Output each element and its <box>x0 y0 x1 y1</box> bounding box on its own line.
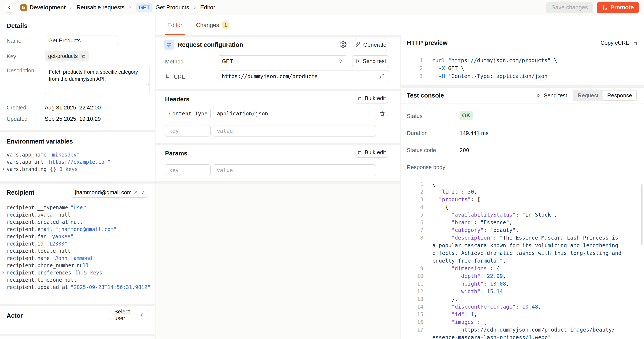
line-number: 10 <box>400 272 423 280</box>
recipient-title: Recipient <box>6 189 34 196</box>
new-param-key-input[interactable] <box>165 164 210 176</box>
tab-editor[interactable]: Editor <box>165 15 185 35</box>
line-number: 17 <box>400 326 423 334</box>
console-send-test-button[interactable]: Send test <box>536 92 567 99</box>
generate-button[interactable]: Generate <box>354 39 387 50</box>
expand-chevron-icon[interactable] <box>1 271 5 274</box>
header-key-input[interactable] <box>165 108 210 119</box>
key-chip: get-products <box>45 51 89 61</box>
params-title: Params <box>165 150 188 157</box>
code-line: 3 "products": [ <box>400 196 644 203</box>
gear-icon[interactable] <box>339 40 347 48</box>
resize-handle-icon[interactable] <box>145 82 149 86</box>
updated-label: Updated <box>6 116 28 122</box>
variable-key: recipient.updated_at <box>6 284 68 290</box>
code-line: cruelty-free formula.", <box>400 257 644 265</box>
toggle-request[interactable]: Request <box>574 91 603 100</box>
name-input[interactable] <box>45 36 118 45</box>
variable-row: recipient.name"John Hammond" <box>0 255 155 262</box>
line-number: 14 <box>400 303 423 311</box>
variable-value: {} 5 keys <box>74 270 102 276</box>
request-configuration-card: Request configuration Generate Method GE… <box>156 38 400 90</box>
details-sidebar: Details Name Key get-products Descriptio… <box>0 15 156 339</box>
send-test-button[interactable]: Send test <box>352 55 389 67</box>
variable-row: recipient.preferences{} 5 keys <box>0 269 155 276</box>
line-number: 2 <box>400 64 423 72</box>
preview-and-console-panel: HTTP preview Copy cURL 1curl "https://du… <box>400 35 644 339</box>
code-line: 12 "width": 15.14 <box>400 288 644 295</box>
variable-row: vars.app_name"mikesdev" <box>0 151 155 158</box>
variable-row: recipient.fan"yankee" <box>0 233 155 240</box>
actor-select-label: Select user <box>114 308 137 322</box>
expand-chevron-icon[interactable] <box>1 167 5 171</box>
breadcrumb-page[interactable]: Editor <box>200 4 215 11</box>
code-line: 17 "https://cdn.dummyjson.com/product-im… <box>400 326 644 334</box>
save-changes-button[interactable]: Save changes <box>546 2 593 13</box>
variable-key: recipient.locale <box>6 248 56 254</box>
variable-value: "John Hammond" <box>52 255 95 261</box>
variable-key: vars.branding <box>6 166 47 172</box>
code-line: 2 "limit": 30, <box>400 188 644 196</box>
actor-select[interactable]: Select user <box>110 310 148 320</box>
code-line: effects. Achieve dramatic lashes with th… <box>400 249 644 257</box>
headers-title: Headers <box>165 96 189 103</box>
line-number: 2 <box>400 188 423 196</box>
breadcrumb-section[interactable]: Reusable requests <box>77 4 124 11</box>
breadcrumb-request-name[interactable]: Get Products <box>156 4 189 11</box>
clear-icon[interactable] <box>134 190 138 194</box>
variable-key: recipient.name <box>6 255 50 261</box>
line-number: 1 <box>400 56 423 64</box>
folder-icon <box>20 4 27 11</box>
variable-value: "2025-09-23T14:56:31.981Z" <box>70 284 150 290</box>
method-select[interactable]: GET <box>218 55 347 67</box>
variable-value: "12333" <box>46 241 67 247</box>
request-configuration-title: Request configuration <box>178 41 243 48</box>
copy-icon[interactable] <box>81 54 86 58</box>
tab-changes[interactable]: Changes 1 <box>194 15 232 35</box>
variable-row: recipient.updated_at"2025-09-23T14:56:31… <box>0 284 155 291</box>
variable-row: recipient.email"jhammond@gmail.com" <box>0 226 155 233</box>
line-number <box>400 334 423 339</box>
created-value: Aug 31 2025, 22:42:00 <box>45 104 101 111</box>
line-number: 15 <box>400 311 423 318</box>
copy-curl-button[interactable]: Copy cURL <box>600 40 638 46</box>
variable-value: "https://example.com" <box>46 159 110 165</box>
expand-icon[interactable] <box>380 74 385 79</box>
delete-header-icon[interactable] <box>380 111 385 116</box>
chevron-up-down-icon[interactable] <box>140 190 145 194</box>
url-input[interactable]: https://dummyjson.com/products <box>218 70 389 82</box>
topbar-actions: Save changes Promote <box>546 2 644 13</box>
params-bulk-edit-button[interactable]: Bulk edit <box>355 147 388 158</box>
key-label: Key <box>6 53 16 60</box>
new-param-value-input[interactable] <box>213 164 376 176</box>
scrollbar-thumb[interactable] <box>641 184 642 245</box>
new-header-key-input[interactable] <box>165 125 210 137</box>
code-line: 10 "depth": 22.99, <box>400 272 644 280</box>
url-arrow-icon: ↳ <box>165 73 170 80</box>
variable-row: recipient.created_atnull <box>0 218 155 226</box>
back-button[interactable] <box>5 3 14 12</box>
duration-label: Duration <box>407 130 428 136</box>
play-icon <box>355 58 360 64</box>
header-value-input[interactable] <box>213 108 376 119</box>
new-header-value-input[interactable] <box>213 125 376 137</box>
variable-value: null <box>64 277 77 283</box>
code-line: 15 "id": 1, <box>400 311 644 318</box>
code-line: 3 -H 'Content-Type: application/json' <box>400 72 644 80</box>
http-preview-title: HTTP preview <box>407 40 448 46</box>
variable-row: recipient.avatarnull <box>0 211 155 218</box>
variable-key: recipient.phone_number <box>6 262 74 268</box>
headers-bulk-edit-button[interactable]: Bulk edit <box>355 93 388 104</box>
actor-section: Actor Select user <box>0 306 155 334</box>
variable-key: vars.app_url <box>6 159 44 165</box>
toggle-response[interactable]: Response <box>603 91 636 100</box>
method-badge: GET <box>136 3 152 12</box>
workspace-chip[interactable]: Development <box>18 2 75 13</box>
promote-button[interactable]: Promote <box>597 2 639 13</box>
variable-row: recipient.localenull <box>0 248 155 255</box>
variable-value: null <box>58 212 70 218</box>
line-number: 9 <box>400 265 423 272</box>
name-label: Name <box>6 38 21 44</box>
recipient-select[interactable]: jhammond@gmail.com <box>71 187 148 198</box>
description-textarea[interactable]: Fetch products from a specific category … <box>45 66 150 94</box>
